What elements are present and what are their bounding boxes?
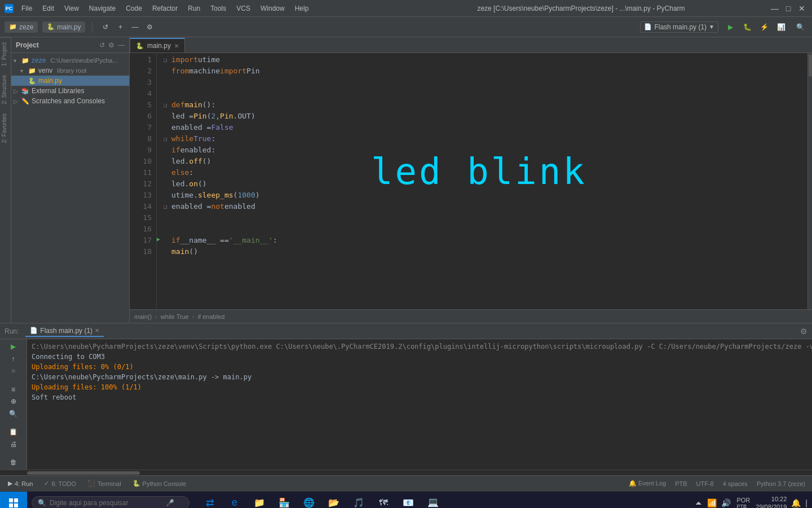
toolbar-actions: ↺ + — ⚙ — [99, 21, 156, 33]
global-search-button[interactable]: 🔍 — [793, 20, 807, 34]
editor-tab-close-icon[interactable]: ✕ — [174, 43, 179, 49]
taskbar-app-files[interactable]: 📂 — [323, 492, 345, 509]
bottom-tab-run[interactable]: ▶ 4: Run — [5, 479, 36, 488]
sync-button[interactable]: ↺ — [99, 21, 112, 33]
menu-edit[interactable]: Edit — [38, 3, 59, 14]
taskbar-app-store[interactable]: 🏪 — [273, 492, 295, 509]
notification-icon[interactable]: 🔔 — [791, 498, 801, 507]
taskbar-app-explorer[interactable]: 📁 — [248, 492, 271, 509]
event-log-link[interactable]: 🔔 Event Log — [626, 479, 669, 488]
tree-item-root[interactable]: ▾ 📁 zeze C:\Users\neube\Pycha... — [11, 55, 129, 65]
tree-icon-root: 📁 — [21, 57, 29, 64]
encoding-indicator[interactable]: UTF-8 — [694, 479, 716, 488]
show-desktop-icon[interactable]: | — [805, 498, 807, 507]
minimize-button[interactable]: — — [769, 3, 780, 14]
taskbar-app-pycharm[interactable]: 💻 — [422, 492, 444, 509]
menu-refactor[interactable]: Refactor — [148, 3, 182, 14]
menu-vcs[interactable]: VCS — [232, 3, 255, 14]
taskbar-app-chrome[interactable]: 🌐 — [298, 492, 320, 509]
tray-language[interactable]: POR PTB — [735, 496, 751, 509]
tree-arrow-root: ▾ — [14, 58, 19, 64]
menu-view[interactable]: View — [60, 3, 83, 14]
add-button[interactable]: + — [114, 21, 126, 33]
windows-search-input[interactable] — [50, 499, 162, 507]
editor-tab-label: main.py — [147, 42, 171, 50]
code-content[interactable]: ❑ import utime from machine import Pin ❑… — [157, 53, 807, 309]
tray-network-icon[interactable]: 📶 — [707, 498, 717, 507]
tree-item-venv[interactable]: ▾ 📁 venv library root — [11, 65, 129, 76]
breadcrumb-main[interactable]: main() — [134, 313, 152, 320]
tray-clock[interactable]: 10:22 29/08/2019 — [756, 495, 787, 509]
run-sidebar-btn-2[interactable]: ⊕ — [7, 396, 20, 406]
menu-help[interactable]: Help — [290, 3, 314, 14]
taskbar-app-edge[interactable]: e — [223, 492, 246, 509]
run-rerun-button[interactable]: ↑ — [7, 354, 20, 364]
tree-label-scratches: Scratches and Consoles — [32, 97, 105, 105]
collapse-button[interactable]: — — [129, 21, 141, 33]
menu-file[interactable]: File — [17, 3, 37, 14]
run-output[interactable]: C:\Users\neube\PycharmProjects\zeze\venv… — [27, 339, 812, 470]
python-version-indicator[interactable]: Python 3.7 (zeze) — [754, 479, 807, 488]
windows-start-button[interactable] — [0, 492, 27, 509]
bottom-tab-todo[interactable]: ✓ 6: TODO — [41, 479, 80, 488]
run-tab-close-icon[interactable]: ✕ — [95, 327, 99, 334]
run-output-line-3: C:\Users\neube\PycharmProjects\zeze\main… — [32, 372, 807, 382]
menu-run[interactable]: Run — [183, 3, 205, 14]
run-tab[interactable]: 📄 Flash main.py (1) ✕ — [25, 326, 104, 337]
tree-item-external-libs[interactable]: ▷ 📚 External Libraries — [11, 86, 129, 96]
run-output-scrollbar[interactable] — [0, 470, 812, 475]
bottom-tab-terminal[interactable]: ⬛ Terminal — [84, 479, 125, 488]
run-sidebar-btn-5[interactable]: 🖨 — [7, 439, 20, 449]
project-sync-icon[interactable]: ↺ — [99, 41, 105, 49]
taskbar-app-maps[interactable]: 🗺 — [372, 492, 395, 509]
breadcrumb-if[interactable]: if enabled — [198, 313, 225, 320]
taskbar-app-mail[interactable]: 📧 — [397, 492, 420, 509]
run-config-selector[interactable]: 📄 Flash main.py (1) ▼ — [640, 21, 718, 33]
maximize-button[interactable]: □ — [783, 3, 794, 14]
tree-arrow-extlibs: ▷ — [14, 88, 19, 94]
tray-volume-icon[interactable]: 🔊 — [721, 498, 731, 507]
windows-search-bar[interactable]: 🔍 🎤 — [32, 496, 189, 509]
project-collapse-icon[interactable]: — — [118, 41, 125, 49]
run-sidebar-btn-1[interactable]: ≡ — [7, 384, 20, 395]
menu-window[interactable]: Window — [256, 3, 289, 14]
breadcrumb-while[interactable]: while True — [161, 313, 189, 320]
tree-item-scratches[interactable]: ▷ ✏️ Scratches and Consoles — [11, 96, 129, 106]
project-tree: ▾ 📁 zeze C:\Users\neube\Pycha... ▾ 📁 ven… — [11, 53, 129, 323]
coverage-button[interactable]: ⚡ — [757, 20, 771, 34]
run-sidebar-btn-4[interactable]: 📋 — [7, 427, 20, 437]
close-button[interactable]: ✕ — [796, 3, 807, 14]
event-log-label: Event Log — [638, 480, 667, 487]
file-tab-icon: 🐍 — [47, 23, 55, 30]
line-sep-indicator[interactable]: PTB — [673, 479, 689, 488]
editor-tab-main[interactable]: 🐍 main.py ✕ — [130, 38, 185, 52]
menu-navigate[interactable]: Navigate — [85, 3, 120, 14]
sidebar-tab-structure[interactable]: 2: Structure — [0, 71, 11, 109]
run-sidebar-btn-3[interactable]: 🔍 — [7, 409, 20, 419]
menu-tools[interactable]: Tools — [206, 3, 231, 14]
run-sidebar-btn-6[interactable]: 🗑 — [7, 457, 20, 467]
editor-scrollbar[interactable] — [807, 53, 812, 309]
sidebar-tab-project[interactable]: 1: Project — [0, 37, 11, 71]
run-play-button[interactable]: ▶ — [7, 341, 20, 352]
project-tab[interactable]: 📁 zeze — [5, 21, 38, 33]
tree-item-main[interactable]: ▷ 🐍 main.py — [11, 76, 129, 86]
mic-icon[interactable]: 🎤 — [166, 499, 174, 507]
project-settings-icon[interactable]: ⚙ — [108, 41, 114, 49]
tray-arrow-icon[interactable]: ⏶ — [695, 498, 703, 507]
run-button[interactable]: ▶ — [723, 20, 738, 34]
taskbar-app-switcher[interactable]: ⇄ — [198, 492, 221, 509]
debug-button[interactable]: 🐛 — [740, 20, 754, 34]
file-tab-label: main.py — [57, 23, 81, 31]
run-indicator: ▶ — [157, 234, 160, 245]
settings-button[interactable]: ⚙ — [143, 21, 156, 33]
taskbar-app-music[interactable]: 🎵 — [347, 492, 370, 509]
menu-code[interactable]: Code — [121, 3, 147, 14]
profile-button[interactable]: 📊 — [774, 20, 788, 34]
run-settings-icon[interactable]: ⚙ — [800, 327, 807, 336]
indent-indicator[interactable]: 4 spaces — [721, 479, 750, 488]
bottom-tab-python-console[interactable]: 🐍 Python Console — [129, 479, 190, 488]
sidebar-tab-favorites[interactable]: 2: Favorites — [0, 109, 11, 147]
run-stop-button[interactable]: ■ — [7, 366, 20, 376]
file-tab[interactable]: 🐍 main.py — [42, 21, 85, 33]
